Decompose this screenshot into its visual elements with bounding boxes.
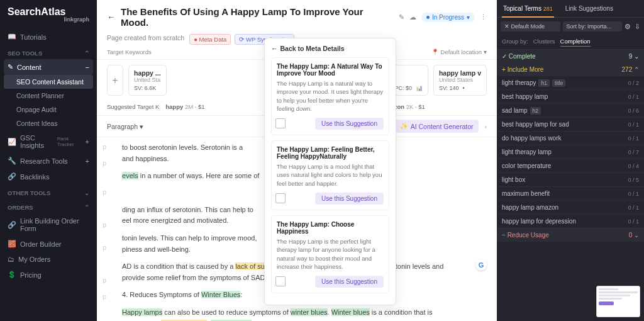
nav-content-ideas[interactable]: Content Ideas (0, 116, 97, 130)
term-row[interactable]: light therapyh1title0 / 2 (497, 76, 644, 90)
nav-content[interactable]: ✎ Content − (4, 59, 93, 75)
logo: SearchAtlas linkgraph (0, 5, 97, 29)
status-chip[interactable]: In Progress ▾ (421, 13, 475, 22)
main-panel: ← The Benefits Of Using A Happy Lamp To … (97, 0, 497, 321)
meta-suggestions-panel: ← Back to Meta Details The Happy Lamp: A… (264, 38, 396, 305)
nav-content-planner[interactable]: Content Planner (0, 89, 97, 103)
back-to-meta-button[interactable]: ← Back to Meta Details (271, 45, 389, 52)
use-suggestion-button[interactable]: Use this Suggestion (315, 193, 384, 205)
group-completion[interactable]: Completion (560, 38, 591, 47)
term-row[interactable]: do happy lamps work0 / 1 (497, 132, 644, 145)
export-icon[interactable]: ⇩ (635, 23, 640, 30)
google-badge-icon[interactable]: G (475, 259, 487, 271)
term-row[interactable]: best happy lamp0 / 1 (497, 90, 644, 104)
nav-my-orders[interactable]: 🗂 My Orders (0, 252, 97, 267)
nav-onpage-audit[interactable]: Onpage Audit (0, 103, 97, 116)
term-row[interactable]: sad lamph20 / 6 (497, 104, 644, 118)
term-row[interactable]: happy lamp for depression0 / 1 (497, 215, 644, 228)
nav-backlinks[interactable]: 🔗 Backlinks (0, 169, 97, 184)
sort-dropdown[interactable]: Sort by: Importa... (563, 21, 623, 31)
section-reduce-usage[interactable]: − Reduce Usage0 ⌄ (497, 228, 644, 242)
kebab-icon[interactable]: ⋮ (480, 13, 487, 21)
meta-data-chip[interactable]: ● Meta Data (189, 34, 231, 45)
nav-head-seo[interactable]: SEO TOOLS⌃ (0, 45, 97, 59)
nav-pricing[interactable]: 💲 Pricing (0, 267, 97, 283)
logo-sub: linkgraph (8, 16, 89, 23)
nav-gsc[interactable]: 📈 GSC Insights Rank Tracker + (0, 130, 97, 153)
group-clusters[interactable]: Clusters (533, 38, 555, 47)
left-sidebar: SearchAtlas linkgraph 📖 Tutorials SEO TO… (0, 0, 97, 321)
cloud-icon[interactable]: ☁ (409, 13, 416, 21)
target-kw-label: Target Keywords (107, 48, 152, 55)
suggestion-card: The Happy Lamp: A Natural Way To Improve… (271, 57, 389, 135)
use-suggestion-button[interactable]: Use this Suggestion (315, 276, 384, 288)
back-arrow-icon[interactable]: ← (107, 12, 116, 22)
keyword-card[interactable]: happy lamp v United States SV: 140 • (433, 65, 487, 96)
copy-icon[interactable] (277, 120, 286, 128)
nav-order-builder[interactable]: 🧱 Order Builder (0, 236, 97, 252)
mini-preview[interactable] (596, 286, 640, 317)
add-keyword-button[interactable]: + (107, 65, 123, 96)
suggestion-card: The Happy Lamp: Feeling Better, Feeling … (271, 140, 389, 210)
mode-dropdown[interactable]: ✕ Default Mode (501, 21, 560, 31)
copy-icon[interactable] (277, 194, 286, 203)
nav-link-building[interactable]: 🔗 Link Building Order Form (0, 213, 97, 236)
keyword-card[interactable]: happy ... United Sta SV: 6.6K (128, 65, 167, 96)
ai-content-generator-button[interactable]: ✨ AI Content Generator (395, 120, 479, 133)
suggested-kw[interactable]: happy 2M · $1 (165, 103, 204, 110)
nav-head-orders[interactable]: ORDERS⌃ (0, 199, 97, 213)
term-row[interactable]: light therapy lamp0 / 7 (497, 145, 644, 159)
term-row[interactable]: light box0 / 5 (497, 173, 644, 187)
editor-gutter: ppppppp (97, 137, 112, 321)
tab-link-suggestions[interactable]: Link Suggestions (559, 0, 619, 17)
settings-icon[interactable]: ⚙ (625, 23, 631, 30)
nav-head-other[interactable]: OTHER TOOLS⌄ (0, 184, 97, 199)
section-include-more[interactable]: + Include More272 ⌃ (497, 63, 644, 76)
copy-icon[interactable] (277, 278, 286, 286)
term-row[interactable]: best happy lamp for sad0 / 1 (497, 118, 644, 132)
term-row[interactable]: color temperature0 / 4 (497, 159, 644, 173)
nav-research[interactable]: 🔧 Research Tools+ (0, 153, 97, 169)
group-by: Group by: Clusters Completion (497, 35, 644, 50)
paragraph-dropdown[interactable]: Paragraph ▾ (107, 123, 143, 130)
suggestion-card: The Happy Lamp: Choose Happiness The Hap… (271, 215, 389, 293)
nav-seo-content-assistant[interactable]: SEO Content Assistant (4, 75, 93, 89)
nav-tutorials[interactable]: 📖 Tutorials (0, 29, 97, 45)
use-suggestion-button[interactable]: Use this Suggestion (315, 118, 384, 130)
logo-text: SearchAtlas (8, 6, 66, 17)
tab-topical-terms[interactable]: Topical Terms 281 (497, 0, 559, 17)
section-complete[interactable]: ✓ Complete9 ⌄ (497, 50, 644, 63)
term-row[interactable]: maximum benefit0 / 1 (497, 187, 644, 201)
edit-icon[interactable]: ✎ (399, 13, 404, 21)
right-sidebar: Topical Terms 281 Link Suggestions ✕ Def… (497, 0, 644, 321)
default-location[interactable]: 📍 Default location ▾ (431, 48, 487, 55)
term-row[interactable]: happy lamp amazon0 / 1 (497, 201, 644, 215)
toolbar-next-icon[interactable]: › (485, 123, 487, 130)
right-tabs: Topical Terms 281 Link Suggestions (497, 0, 644, 18)
page-title: The Benefits Of Using A Happy Lamp To Im… (121, 6, 394, 28)
